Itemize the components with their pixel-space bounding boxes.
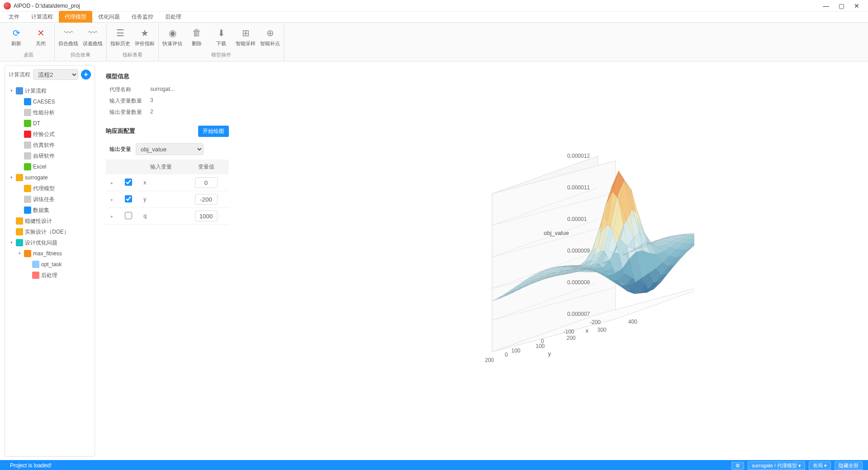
output-var-select[interactable]: obj_value	[136, 143, 204, 155]
var-value-input[interactable]	[195, 194, 218, 205]
ribbon-label: 下载	[216, 40, 226, 47]
tree-icon	[24, 131, 31, 138]
ribbon-group-label: 模型操作	[211, 50, 231, 61]
start-plot-button[interactable]: 开始绘图	[198, 126, 229, 137]
ribbon-label: 关闭	[36, 40, 46, 47]
ribbon-btn-close[interactable]: ✕关闭	[29, 24, 52, 50]
tree-icon	[24, 120, 31, 127]
info-key: 代理名称	[109, 86, 150, 94]
tree-icon	[16, 239, 23, 246]
ribbon-btn-err-curve[interactable]: 〰误差曲线	[81, 24, 104, 50]
tree-icon	[24, 98, 31, 105]
settings-gear-button[interactable]: ⚙	[731, 462, 744, 470]
svg-text:y: y	[548, 350, 551, 357]
ribbon-btn-metric-hist[interactable]: ☰指标历史	[109, 24, 132, 50]
close-button[interactable]: ✕	[849, 1, 864, 11]
tree-icon	[16, 228, 23, 235]
minimize-button[interactable]: —	[818, 1, 834, 11]
expand-icon[interactable]: ▸	[106, 174, 119, 191]
tree-item[interactable]: 实验设计（DOE）	[5, 226, 95, 237]
status-layout-select[interactable]: 布局 ▾	[809, 461, 831, 470]
ribbon-label: 指标历史	[110, 40, 130, 47]
svg-text:obj_value: obj_value	[544, 230, 569, 236]
tree-item[interactable]: 计算流程	[5, 85, 95, 96]
surface-plot[interactable]: 0.0000070.0000080.0000090.000010.0000110…	[405, 139, 694, 383]
tree-label: 性能分析	[33, 109, 55, 117]
tab-任务监控[interactable]: 任务监控	[126, 11, 159, 23]
var-checkbox[interactable]	[125, 212, 132, 219]
menu-tabs: 文件计算流程代理模型优化问题任务监控后处理	[0, 12, 868, 23]
tree-label: DT	[33, 120, 40, 127]
tree-item[interactable]: CAESES	[5, 96, 95, 107]
window-title: AIPOD - D:\data\demo_proj	[14, 3, 818, 9]
ribbon-label: 评价指标	[135, 40, 155, 47]
expand-icon[interactable]: ▸	[106, 191, 119, 208]
tree-item[interactable]: 性能分析	[5, 107, 95, 118]
tree-item[interactable]: 代理模型	[5, 183, 95, 194]
tree-item[interactable]: 数据集	[5, 205, 95, 216]
tree-item[interactable]: 仿真软件	[5, 140, 95, 150]
tree-icon	[24, 185, 31, 192]
tab-文件[interactable]: 文件	[3, 11, 25, 23]
tree-item[interactable]: 后处理	[5, 270, 95, 281]
statusbar: Project is loaded! ⚙ surrogate / 代理模型 ▾ …	[0, 460, 868, 470]
tab-后处理[interactable]: 后处理	[159, 11, 187, 23]
err-curve-icon: 〰	[87, 28, 98, 38]
info-row: 代理名称surrogat...	[106, 84, 229, 95]
ribbon-btn-download[interactable]: ⬇下载	[209, 24, 233, 50]
tab-代理模型[interactable]: 代理模型	[59, 11, 92, 23]
ribbon-btn-smart-sample[interactable]: ⊞智能采样	[234, 24, 257, 50]
var-checkbox[interactable]	[125, 179, 132, 186]
tree-item[interactable]: DT	[5, 118, 95, 129]
ribbon-btn-smart-fill[interactable]: ⊕智能补点	[258, 24, 282, 50]
var-checkbox[interactable]	[125, 195, 132, 202]
tree-item[interactable]: 稳健性设计	[5, 216, 95, 226]
flow-select[interactable]: 流程2	[33, 69, 78, 80]
tree-label: surrogate	[25, 174, 48, 181]
tree-label: 实验设计（DOE）	[25, 228, 69, 236]
ribbon-btn-eval-metric[interactable]: ★评价指标	[133, 24, 157, 50]
svg-text:400: 400	[628, 319, 637, 325]
flow-label: 计算流程	[9, 71, 30, 79]
tree-label: 数据集	[33, 207, 49, 214]
tree-icon	[24, 152, 31, 160]
maximize-button[interactable]: ▢	[834, 1, 849, 11]
ribbon-label: 拟合曲线	[58, 40, 78, 47]
ribbon-btn-fit-curve[interactable]: 〰拟合曲线	[57, 24, 80, 50]
ribbon-btn-refresh[interactable]: ⟳刷新	[5, 24, 28, 50]
tab-计算流程[interactable]: 计算流程	[25, 11, 59, 23]
tree-icon	[16, 217, 23, 225]
tree-item[interactable]: 设计优化问题	[5, 237, 95, 248]
info-key: 输入变量数量	[109, 97, 150, 105]
tree-icon	[32, 261, 39, 268]
status-hide-all-button[interactable]: 隐藏全部	[835, 461, 863, 470]
tab-优化问题[interactable]: 优化问题	[92, 11, 126, 23]
tree-item[interactable]: 自研软件	[5, 150, 95, 161]
tree-item[interactable]: surrogate	[5, 172, 95, 183]
tree-icon	[24, 141, 31, 149]
info-row: 输入变量数量3	[106, 95, 229, 107]
var-value-input[interactable]	[195, 211, 218, 221]
close-icon: ✕	[35, 28, 46, 38]
tree-item[interactable]: opt_task	[5, 259, 95, 270]
ribbon-group: ⟳刷新✕关闭桌面	[3, 24, 55, 61]
table-row: ▸ x	[106, 174, 229, 191]
svg-text:200: 200	[484, 357, 493, 363]
svg-text:100: 100	[536, 343, 545, 349]
status-model-select[interactable]: surrogate / 代理模型 ▾	[748, 461, 805, 470]
tree-icon	[32, 272, 39, 279]
tree-item[interactable]: 经验公式	[5, 129, 95, 140]
fast-eval-icon: ◉	[167, 28, 178, 38]
tree-item[interactable]: Excel	[5, 161, 95, 172]
expand-icon[interactable]: ▸	[106, 208, 119, 225]
add-flow-button[interactable]: +	[81, 70, 91, 80]
tree-item[interactable]: max_fitness	[5, 248, 95, 259]
ribbon-label: 智能采样	[236, 40, 256, 47]
ribbon-btn-delete[interactable]: 🗑删除	[185, 24, 209, 50]
ribbon-btn-fast-eval[interactable]: ◉快速评估	[161, 24, 184, 50]
model-info-heading: 模型信息	[106, 72, 229, 80]
var-value-input[interactable]	[195, 177, 218, 188]
tree-label: 设计优化问题	[25, 239, 57, 247]
download-icon: ⬇	[216, 28, 227, 38]
tree-item[interactable]: 训练任务	[5, 194, 95, 205]
